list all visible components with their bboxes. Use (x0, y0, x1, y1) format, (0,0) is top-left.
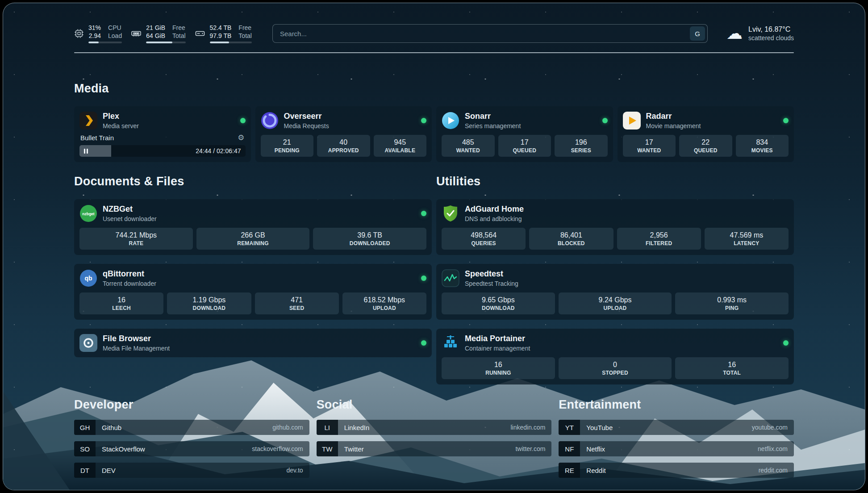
search-provider-button[interactable]: G (690, 26, 705, 41)
memory-free-value: 21 GiB (146, 24, 165, 32)
bookmark-netflix[interactable]: NF Netflix netflix.com (559, 441, 794, 456)
stat-total: 16 TOTAL (675, 357, 789, 379)
memory-free-label: Free (172, 24, 186, 32)
service-subtitle: Speedtest Tracking (465, 280, 518, 287)
service-card-portainer[interactable]: Media Portainer Container management 16 … (436, 329, 794, 384)
disk-free-value: 52.4 TB (210, 24, 232, 32)
header-divider (74, 52, 794, 53)
stat-upload: 9.24 Gbps UPLOAD (559, 292, 672, 314)
service-subtitle: Media Requests (284, 122, 329, 130)
bookmark-group-developer: Developer GH Github github.com SO StackO… (74, 398, 309, 478)
section-title-utilities: Utilities (436, 175, 794, 188)
bookmark-abbr: TW (317, 441, 338, 456)
pause-icon (84, 149, 88, 154)
svg-text:qb: qb (84, 275, 92, 282)
service-card-adguard[interactable]: AdGuard Home DNS and adblocking 498,564 … (436, 199, 794, 255)
bookmark-linkedin[interactable]: LI LinkedIn linkedin.com (317, 420, 552, 435)
stat-movies: 834 MOVIES (736, 135, 789, 157)
plex-icon (79, 112, 97, 130)
memory-total-value: 64 GiB (146, 32, 165, 40)
bookmark-domain: reddit.com (759, 467, 794, 474)
dashboard-window: 31% CPU 2.94 Load (3, 3, 865, 490)
topbar: 31% CPU 2.94 Load (74, 24, 794, 43)
disk-total-label: Total (238, 32, 252, 40)
bookmark-reddit[interactable]: RE Reddit reddit.com (559, 463, 794, 478)
service-subtitle: Container management (465, 345, 530, 352)
bookmark-abbr: GH (74, 420, 96, 435)
bookmark-name: Twitter (338, 445, 364, 453)
bookmark-github[interactable]: GH Github github.com (74, 420, 309, 435)
filebrowser-icon (79, 334, 97, 352)
disk-total-value: 97.9 TB (210, 32, 232, 40)
cpu-load-label: Load (108, 32, 122, 40)
service-name: qBittorrent (103, 270, 156, 279)
speedtest-icon (442, 269, 459, 287)
bookmark-abbr: DT (74, 463, 96, 478)
section-documents: Documents & Files nzbget NZBGet Usenet d… (74, 175, 432, 357)
status-dot-online (783, 118, 789, 123)
bookmark-twitter[interactable]: TW Twitter twitter.com (317, 441, 552, 456)
stat-wanted: 17 WANTED (623, 135, 676, 157)
memory-total-label: Total (172, 32, 186, 40)
service-subtitle: Series management (465, 122, 521, 130)
bookmark-domain: netflix.com (758, 445, 794, 452)
qbittorrent-icon: qb (79, 269, 97, 287)
stat-queued: 17 QUEUED (498, 135, 551, 157)
stat-available: 945 AVAILABLE (374, 135, 427, 157)
status-dot-online (421, 276, 426, 281)
service-name: Radarr (646, 112, 701, 121)
service-name: NZBGet (103, 205, 157, 214)
stat-latency: 47.569 ms LATENCY (705, 228, 789, 250)
service-card-filebrowser[interactable]: File Browser Media File Management (74, 329, 432, 357)
service-card-plex[interactable]: Plex Media server Bullet Train ⚙ 24:44 /… (74, 106, 251, 162)
service-subtitle: Media File Management (103, 345, 170, 352)
bookmark-abbr: YT (559, 420, 580, 435)
cloud-icon: ☁ (726, 26, 743, 41)
bookmark-domain: twitter.com (515, 445, 551, 452)
bookmark-name: Reddit (580, 467, 605, 474)
service-card-radarr[interactable]: Radarr Movie management 17 WANTED 22 QUE… (618, 106, 794, 162)
stat-wanted: 485 WANTED (442, 135, 495, 157)
playback-time: 24:44 / 02:06:47 (196, 147, 241, 155)
search-input[interactable] (273, 30, 690, 38)
weather-condition: scattered clouds (748, 34, 794, 42)
bookmark-dev[interactable]: DT DEV dev.to (74, 463, 309, 478)
status-dot-online (421, 211, 426, 216)
weather-widget: ☁ Lviv, 16.87°C scattered clouds (726, 25, 794, 42)
section-media: Media Plex Media server Bullet (74, 82, 794, 162)
service-card-speedtest[interactable]: Speedtest Speedtest Tracking 9.65 Gbps D… (436, 264, 794, 320)
stat-download: 9.65 Gbps DOWNLOAD (442, 292, 555, 314)
status-dot-online (602, 118, 608, 123)
section-title-social: Social (317, 398, 552, 412)
service-subtitle: Media server (103, 122, 139, 130)
status-dot-online (421, 340, 426, 346)
gear-icon[interactable]: ⚙ (238, 134, 244, 142)
service-card-sonarr[interactable]: Sonarr Series management 485 WANTED 17 Q… (436, 106, 613, 162)
service-name: Speedtest (465, 270, 518, 279)
bookmark-name: Github (96, 424, 121, 431)
adguard-icon (442, 205, 459, 222)
cpu-usage-label: CPU (108, 24, 122, 32)
bookmark-name: StackOverflow (96, 445, 145, 453)
cpu-progress-bar (88, 42, 122, 43)
section-utilities: Utilities AdGu (436, 175, 794, 384)
service-card-overseerr[interactable]: Overseerr Media Requests 21 PENDING 40 A… (255, 106, 432, 162)
bookmark-stackoverflow[interactable]: SO StackOverflow stackoverflow.com (74, 441, 309, 456)
service-card-qbittorrent[interactable]: qb qBittorrent Torrent downloader 16 (74, 264, 432, 320)
now-playing-title: Bullet Train (80, 134, 114, 142)
stat-series: 196 SERIES (555, 135, 608, 157)
cpu-usage-value: 31% (88, 24, 101, 32)
cpu-icon (74, 29, 84, 38)
memory-widget: 21 GiB Free 64 GiB Total (131, 24, 185, 43)
bookmark-abbr: LI (317, 420, 338, 435)
stat-leech: 16 LEECH (79, 292, 163, 314)
service-card-nzbget[interactable]: nzbget NZBGet Usenet downloader 744.21 M… (74, 199, 432, 255)
svg-text:nzbget: nzbget (82, 212, 95, 216)
bookmark-youtube[interactable]: YT YouTube youtube.com (559, 420, 794, 435)
stat-rate: 744.21 Mbps RATE (79, 228, 193, 250)
service-name: Media Portainer (465, 334, 530, 343)
cpu-load-value: 2.94 (88, 32, 101, 40)
playback-progress-bar: 24:44 / 02:06:47 (79, 145, 246, 157)
memory-progress-bar (146, 42, 185, 43)
stat-download: 1.19 Gbps DOWNLOAD (167, 292, 251, 314)
